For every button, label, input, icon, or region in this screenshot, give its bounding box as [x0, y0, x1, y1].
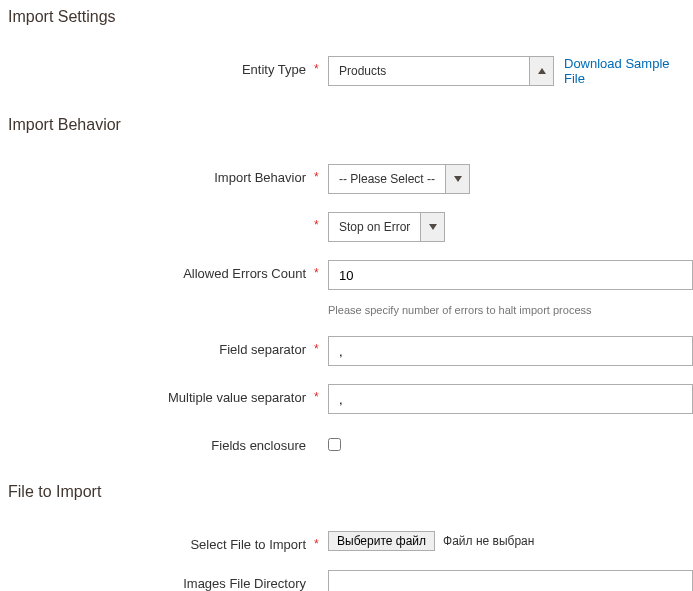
download-sample-link[interactable]: Download Sample File [564, 56, 693, 86]
validation-strategy-dropdown-button[interactable] [420, 213, 444, 241]
import-behavior-title: Import Behavior [8, 116, 693, 134]
required-spacer [314, 432, 328, 438]
validation-strategy-label [8, 212, 314, 218]
required-marker: * [314, 164, 328, 184]
entity-type-label: Entity Type [8, 56, 314, 77]
entity-type-select[interactable]: Products [328, 56, 554, 86]
import-settings-title: Import Settings [8, 8, 693, 26]
triangle-up-icon [538, 68, 546, 74]
file-status-text: Файл не выбран [443, 534, 534, 548]
field-separator-input[interactable] [328, 336, 693, 366]
file-to-import-section: File to Import Select File to Import * В… [8, 483, 693, 591]
triangle-down-icon [454, 176, 462, 182]
select-file-label: Select File to Import [8, 531, 314, 552]
entity-type-dropdown-button[interactable] [529, 57, 553, 85]
allowed-errors-note: Please specify number of errors to halt … [328, 304, 592, 316]
triangle-down-icon [429, 224, 437, 230]
multi-separator-label: Multiple value separator [8, 384, 314, 405]
svg-marker-1 [454, 176, 462, 182]
import-behavior-label: Import Behavior [8, 164, 314, 185]
field-separator-label: Field separator [8, 336, 314, 357]
required-marker: * [314, 56, 328, 76]
required-marker: * [314, 531, 328, 551]
required-spacer [314, 570, 328, 576]
required-marker: * [314, 212, 328, 232]
import-behavior-select[interactable]: -- Please Select -- [328, 164, 470, 194]
entity-type-value: Products [329, 57, 529, 85]
fields-enclosure-label: Fields enclosure [8, 432, 314, 453]
choose-file-button[interactable]: Выберите файл [328, 531, 435, 551]
file-to-import-title: File to Import [8, 483, 693, 501]
images-dir-input[interactable] [328, 570, 693, 591]
required-marker: * [314, 384, 328, 404]
allowed-errors-input[interactable] [328, 260, 693, 290]
fields-enclosure-checkbox[interactable] [328, 438, 341, 451]
required-marker: * [314, 336, 328, 356]
import-behavior-section: Import Behavior Import Behavior * -- Ple… [8, 116, 693, 453]
svg-marker-0 [538, 68, 546, 74]
validation-strategy-value: Stop on Error [329, 213, 420, 241]
images-dir-label: Images File Directory [8, 570, 314, 591]
multi-separator-input[interactable] [328, 384, 693, 414]
import-behavior-value: -- Please Select -- [329, 165, 445, 193]
import-behavior-dropdown-button[interactable] [445, 165, 469, 193]
required-marker: * [314, 260, 328, 280]
allowed-errors-label: Allowed Errors Count [8, 260, 314, 281]
import-settings-section: Import Settings Entity Type * Products D… [8, 8, 693, 86]
validation-strategy-select[interactable]: Stop on Error [328, 212, 445, 242]
svg-marker-2 [429, 224, 437, 230]
